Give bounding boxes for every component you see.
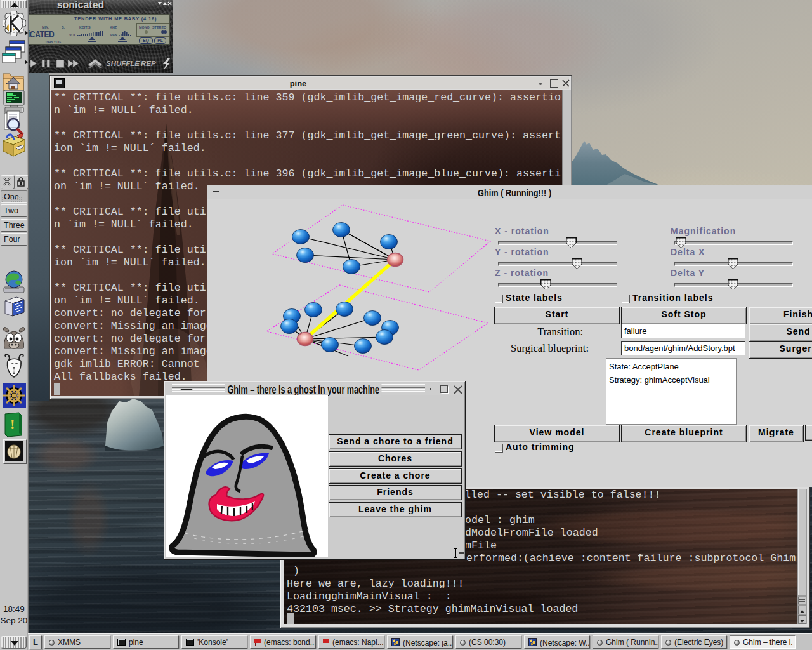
svg-text:REP: REP [141, 60, 156, 67]
svg-text:!: ! [10, 416, 15, 432]
svg-text:SHUFFLE: SHUFFLE [106, 60, 140, 67]
